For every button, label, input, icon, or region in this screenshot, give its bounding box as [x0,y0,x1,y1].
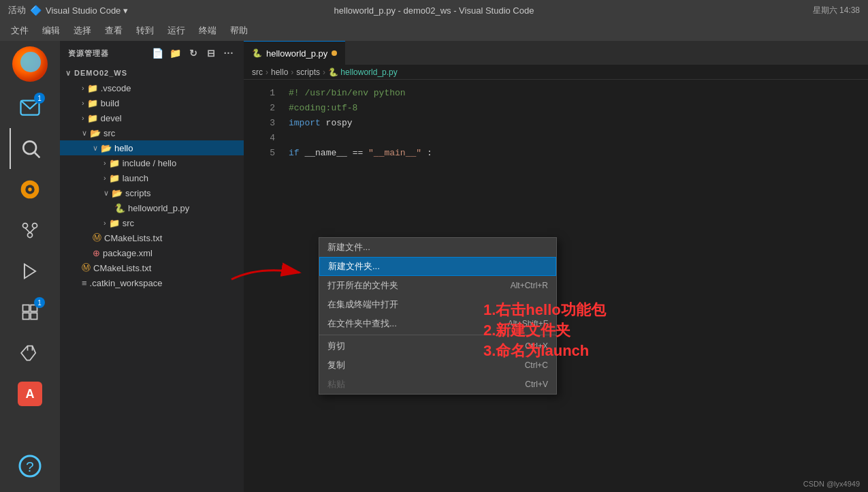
activity-icon-store[interactable]: A [10,373,50,414]
breadcrumb-file: 🐍 helloworld_p.py [328,67,398,77]
line-num-3: 3 [255,118,275,128]
tab-helloworld-py[interactable]: 🐍 helloworld_p.py [244,41,345,65]
tree-item-helloworld-py[interactable]: 🐍 helloworld_p.py [60,200,244,215]
tab-label: helloworld_p.py [266,48,327,59]
file-tree: ∨ DEMO02_WS › 📁 .vscode › 📁 build › 📁 de… [60,65,244,492]
ctx-new-folder[interactable]: 新建文件夹... [319,257,556,276]
file-icon-catkin: ≡ [82,278,87,288]
folder-icon-scripts: 📂 [112,188,123,198]
code-content-1: #! /usr/bin/env python [289,88,406,98]
activity-icon-extensions[interactable]: 1 [10,292,50,333]
collapse-btn[interactable]: ⊟ [204,46,218,60]
menu-file[interactable]: 文件 [5,22,34,40]
tree-item-launch[interactable]: › 📁 launch [60,170,244,185]
menu-goto[interactable]: 转到 [131,22,159,40]
tree-item-cmake-root[interactable]: Ⓜ CMakeLists.txt [60,260,244,275]
tree-item-cmake-hello[interactable]: Ⓜ CMakeLists.txt [60,230,244,245]
breadcrumb-sep1: › [266,67,268,77]
refresh-btn[interactable]: ↻ [187,46,200,60]
new-file-btn[interactable]: 📄 [151,46,165,60]
menu-select[interactable]: 选择 [68,22,97,40]
breadcrumb-hello: hello [271,67,288,77]
ctx-paste-label: 粘贴 [327,378,345,390]
tree-item-build[interactable]: › 📁 build [60,95,244,110]
tree-label-cmake-root: CMakeLists.txt [93,263,151,273]
activity-icon-email[interactable]: 1 [10,87,50,128]
tree-label-launch: launch [123,173,148,183]
folder-icon-launch: 📁 [109,173,120,183]
tree-item-include-hello[interactable]: › 📁 include / hello [60,155,244,170]
ctx-paste: 粘贴 Ctrl+V [319,375,556,394]
svg-point-6 [23,224,28,228]
activity-icon-test[interactable] [10,333,50,373]
new-folder-btn[interactable]: 📁 [169,46,182,60]
ctx-new-folder-label: 新建文件夹... [328,260,380,273]
file-icon-py: 🐍 [114,203,125,213]
ctx-copy-label: 复制 [327,359,345,371]
svg-text:?: ? [26,459,34,474]
menu-help[interactable]: 帮助 [225,22,253,40]
ctx-find-folder-label: 在文件夹中查找... [327,318,397,330]
tree-label-catkin: .catkin_workspace [90,278,163,288]
tree-label-hello: hello [114,143,133,153]
folder-icon-build: 📁 [87,98,98,108]
activity-icon-scm[interactable] [10,210,50,251]
tree-label-helloworld-py: helloworld_p.py [128,203,189,213]
tree-item-devel[interactable]: › 📁 devel [60,110,244,125]
ctx-new-file[interactable]: 新建文件... [319,238,556,257]
menu-run[interactable]: 运行 [162,22,191,40]
window-title: helloworld_p.py - demo02_ws - Visual Stu… [334,5,534,16]
annotation-line2: 2.新建文件夹 [483,320,606,341]
tree-label-include-hello: include / hello [123,158,177,168]
line-num-4: 4 [255,133,275,143]
activity-icon-run[interactable] [10,251,50,292]
tab-modified-indicator [332,50,337,56]
menu-edit[interactable]: 编辑 [37,22,65,40]
annotation-arrow [218,259,313,300]
tree-label-package-xml: package.xml [103,248,152,258]
ctx-open-terminal-label: 在集成终端中打开 [327,298,398,311]
ctx-copy-shortcut: Ctrl+C [525,360,548,370]
ctx-cut-label: 剪切 [327,340,345,352]
clock: 星期六 14:38 [813,5,860,16]
sidebar-header: 资源管理器 📄 📁 ↻ ⊟ ··· [60,41,244,65]
tree-item-vscode[interactable]: › 📁 .vscode [60,80,244,95]
extensions-badge: 1 [34,297,45,308]
tree-label-scripts: scripts [125,188,151,198]
svg-line-10 [30,228,35,233]
file-icon-cmake: Ⓜ [93,232,101,244]
code-line-1: 1 #! /usr/bin/env python [244,85,868,100]
tree-label-src-inner: src [123,218,134,228]
title-bar-left: 活动 🔷 Visual Studio Code ▾ [8,4,128,16]
sidebar-actions: 📄 📁 ↻ ⊟ ··· [151,46,236,60]
tree-item-package-xml[interactable]: ⊕ package.xml [60,245,244,260]
tab-bar: 🐍 helloworld_p.py [244,41,868,65]
tree-item-hello[interactable]: ∨ 📂 hello [60,140,244,155]
activity-icon-music[interactable] [10,169,50,210]
tree-item-catkin[interactable]: ≡ .catkin_workspace [60,275,244,290]
more-btn[interactable]: ··· [222,46,236,60]
tree-item-src-inner[interactable]: › 📁 src [60,215,244,230]
activity-bar: 1 [0,41,60,492]
menu-terminal[interactable]: 终端 [193,22,222,40]
activity-icon-help[interactable]: ? [10,446,50,487]
code-content-2: #coding:utf-8 [289,103,357,113]
svg-rect-15 [23,313,29,319]
tree-label-build: build [101,98,119,108]
activity-icon-search[interactable] [10,128,50,169]
svg-line-9 [25,228,30,233]
folder-icon: 📁 [87,83,98,93]
ctx-open-folder[interactable]: 打开所在的文件夹 Alt+Ctrl+R [319,276,556,295]
code-line-3: 3 import rospy [244,115,868,130]
activity-icon-firefox[interactable] [10,44,50,84]
code-line-2: 2 #coding:utf-8 [244,100,868,115]
tree-item-scripts[interactable]: ∨ 📂 scripts [60,185,244,200]
line-num-2: 2 [255,103,275,113]
ctx-open-folder-label: 打开所在的文件夹 [327,279,398,292]
workspace-root[interactable]: ∨ DEMO02_WS [60,65,244,80]
menu-view[interactable]: 查看 [99,22,128,40]
tree-item-src[interactable]: ∨ 📂 src [60,125,244,140]
line-num-1: 1 [255,88,275,98]
folder-icon-devel: 📁 [87,113,98,123]
ctx-open-folder-shortcut: Alt+Ctrl+R [511,281,548,290]
